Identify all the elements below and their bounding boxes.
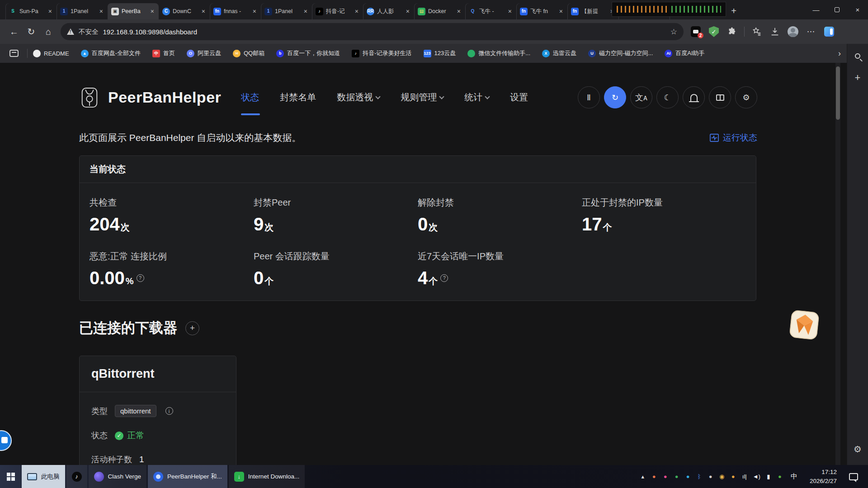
browser-tab[interactable]: ▤ Docker × [414,3,465,19]
tray-icon[interactable]: ᛒ [696,474,703,479]
tab-close-icon[interactable]: × [405,8,410,15]
browser-tab[interactable]: Q 飞牛 - × [465,3,516,19]
tab-close-icon[interactable]: × [99,8,104,15]
bookmark-item[interactable]: X 迅雷云盘 [542,49,576,57]
taskbar-app-button[interactable]: Clash Verge [89,465,147,488]
taskbar-app-button[interactable]: ♪ [66,465,87,488]
bookmark-item[interactable]: 中 首页 [152,49,175,57]
scrollbar-thumb[interactable] [836,66,840,120]
bookmark-item[interactable]: ▲ 百度网盘-全部文件 [81,49,141,57]
nav-item[interactable]: 统计 [464,91,489,103]
tab-close-icon[interactable]: × [303,8,308,15]
nav-item[interactable]: 封禁名单 [280,91,316,103]
bookmark-item[interactable]: AI 百度AI助手 [665,49,704,57]
browser-menu-icon[interactable]: ⋯ [803,24,819,39]
nav-item[interactable]: 数据透视 [337,91,380,103]
bookmark-item[interactable]: 123 123云盘 [424,49,456,57]
browser-tab[interactable]: ♪ 抖音-记 × [312,3,363,19]
tab-close-icon[interactable]: × [507,8,513,15]
back-button[interactable]: ← [5,23,23,40]
docs-button[interactable] [709,86,731,108]
tab-close-icon[interactable]: × [201,8,206,15]
bookmark-item[interactable]: 微信文件传输助手... [467,49,530,57]
notification-center-icon[interactable] [849,473,858,480]
minimize-button[interactable]: — [806,0,826,19]
copilot-sidebar-icon[interactable] [821,24,837,39]
rail-settings-icon[interactable]: ⚙ [851,442,864,456]
tray-icon[interactable]: ıl| [741,474,748,479]
tray-icon[interactable]: ◉ [719,474,725,479]
tray-icon[interactable]: ▴ [640,474,646,479]
security-shield-icon[interactable]: ✓ [706,24,722,39]
bookmark-item[interactable]: README [33,50,69,57]
bookmark-item[interactable]: b 百度一下，你就知道 [276,49,340,57]
browser-tab[interactable]: S Sun-Pa × [5,3,57,19]
taskbar-app-button[interactable]: ↓ Internet Downloa... [229,465,305,488]
home-button[interactable]: ⌂ [40,23,57,40]
tab-close-icon[interactable]: × [47,8,53,15]
maximize-button[interactable] [826,0,847,19]
browser-tab[interactable]: fn 飞牛 fn × [516,3,567,19]
taskbar-app-button[interactable]: 此电脑 [22,465,65,488]
tray-icon[interactable]: ● [730,474,736,479]
translate-button[interactable]: 文ᴀ [630,86,652,108]
close-button[interactable]: × [847,0,868,19]
browser-tab[interactable]: ▣ PeerBa × [108,3,159,19]
browser-tab[interactable]: fn 【新提 × [567,3,618,19]
add-downloader-button[interactable]: + [185,321,199,335]
reload-button[interactable]: ↻ [23,23,40,40]
nav-item[interactable]: 规则管理 [401,91,443,103]
notifications-button[interactable] [683,86,705,108]
run-status-link[interactable]: 运行状态 [709,132,757,144]
new-tab-button[interactable]: + [727,4,741,18]
mascot-sticker[interactable] [789,310,820,340]
tray-icon[interactable]: ▮ [765,474,772,479]
bookmark-item[interactable]: ♪ 抖音-记录美好生活 [352,49,411,57]
tray-icon[interactable]: ● [777,474,783,479]
tab-close-icon[interactable]: × [456,8,462,15]
nav-item[interactable]: 状态 [241,91,259,103]
tab-close-icon[interactable]: × [558,8,564,15]
bookmark-item[interactable]: O 阿里云盘 [187,49,221,57]
bookmark-item[interactable]: U 磁力空间-磁力空间... [588,49,653,57]
bookmark-item[interactable]: ✉ QQ邮箱 [233,49,264,57]
page-scrollbar[interactable] [835,63,840,465]
rail-add-icon[interactable]: + [851,71,864,84]
rail-search-icon[interactable] [851,49,864,63]
browser-tab[interactable]: RR 人人影 × [363,3,414,19]
tab-close-icon[interactable]: × [354,8,359,15]
browser-tab[interactable]: fn fnnas - × [210,3,261,19]
address-bar[interactable]: 不安全 192.168.9.108:9898/dashboard ☆ [61,23,684,40]
favorites-bar-icon[interactable] [749,24,764,39]
browser-tab[interactable]: 1 1Panel × [261,3,312,19]
info-icon[interactable]: ? [137,274,144,282]
url-text[interactable]: 192.168.9.108:9898/dashboard [103,28,666,36]
profile-avatar[interactable] [785,24,801,39]
extensions-puzzle-icon[interactable] [724,24,740,39]
tray-icon[interactable]: ● [685,474,691,479]
tray-icon[interactable]: ● [651,474,657,479]
start-button[interactable] [0,465,22,488]
taskbar-app-button[interactable]: PeerBanHelper 和... [148,465,227,488]
downloads-icon[interactable] [767,24,783,39]
tray-icon[interactable]: ● [674,474,680,479]
type-info-icon[interactable]: i [165,407,173,415]
bookmarks-overflow-chevron[interactable]: › [838,49,841,58]
refresh-button[interactable]: ↻ [604,86,626,108]
tray-icon[interactable]: ● [662,474,669,479]
tray-icon[interactable]: ◄) [753,474,760,479]
pause-button[interactable]: Ⅱ [578,86,600,108]
favorite-star-icon[interactable]: ☆ [670,27,677,37]
tray-icon[interactable]: ● [708,474,714,479]
collections-icon[interactable] [6,46,22,61]
taskbar-clock[interactable]: 17:12 2026/2/27 [810,468,837,485]
info-icon[interactable]: ? [440,274,448,282]
tab-close-icon[interactable]: × [150,8,155,15]
ime-indicator[interactable]: 中 [791,472,797,481]
browser-tab[interactable]: C DownC × [159,3,210,19]
dark-mode-button[interactable]: ☾ [656,86,679,108]
browser-tab[interactable]: 1 1Panel × [57,3,108,19]
settings-button[interactable]: ⚙ [735,86,757,108]
not-secure-label[interactable]: 不安全 [79,28,99,36]
nav-item[interactable]: 设置 [510,91,528,103]
